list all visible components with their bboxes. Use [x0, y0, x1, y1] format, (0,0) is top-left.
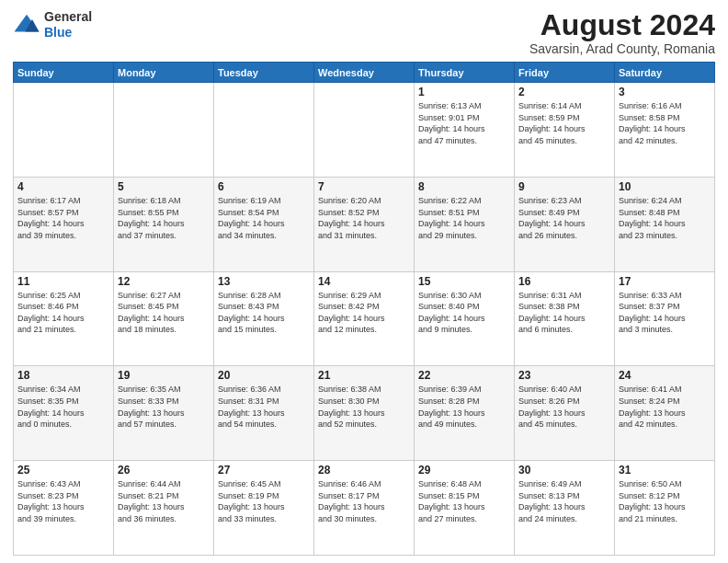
calendar-cell: 12Sunrise: 6:27 AM Sunset: 8:45 PM Dayli… — [114, 271, 214, 366]
day-info: Sunrise: 6:41 AM Sunset: 8:24 PM Dayligh… — [619, 384, 711, 430]
day-number: 11 — [17, 275, 109, 288]
day-info: Sunrise: 6:45 AM Sunset: 8:19 PM Dayligh… — [218, 478, 310, 524]
day-number: 27 — [218, 464, 310, 477]
day-number: 28 — [318, 464, 410, 477]
day-info: Sunrise: 6:20 AM Sunset: 8:52 PM Dayligh… — [318, 195, 410, 241]
calendar-cell: 9Sunrise: 6:23 AM Sunset: 8:49 PM Daylig… — [515, 177, 615, 271]
calendar-week-2: 4Sunrise: 6:17 AM Sunset: 8:57 PM Daylig… — [14, 177, 715, 271]
calendar-cell: 11Sunrise: 6:25 AM Sunset: 8:46 PM Dayli… — [14, 271, 114, 366]
day-info: Sunrise: 6:30 AM Sunset: 8:40 PM Dayligh… — [418, 290, 510, 336]
weekday-header-thursday: Thursday — [415, 63, 515, 83]
day-info: Sunrise: 6:29 AM Sunset: 8:42 PM Dayligh… — [318, 290, 410, 336]
day-number: 7 — [318, 180, 410, 193]
calendar-cell: 26Sunrise: 6:44 AM Sunset: 8:21 PM Dayli… — [114, 461, 214, 556]
day-number: 20 — [218, 369, 310, 382]
day-info: Sunrise: 6:40 AM Sunset: 8:26 PM Dayligh… — [518, 384, 610, 430]
logo-general: General — [44, 9, 92, 25]
calendar-cell — [14, 83, 114, 178]
day-number: 15 — [418, 275, 510, 288]
calendar-cell: 29Sunrise: 6:48 AM Sunset: 8:15 PM Dayli… — [415, 461, 515, 556]
day-info: Sunrise: 6:36 AM Sunset: 8:31 PM Dayligh… — [218, 384, 310, 430]
calendar-cell: 8Sunrise: 6:22 AM Sunset: 8:51 PM Daylig… — [415, 177, 515, 271]
calendar-cell — [114, 83, 214, 178]
day-number: 6 — [218, 180, 310, 193]
calendar-cell: 3Sunrise: 6:16 AM Sunset: 8:58 PM Daylig… — [615, 83, 715, 178]
day-info: Sunrise: 6:39 AM Sunset: 8:28 PM Dayligh… — [418, 384, 510, 430]
day-info: Sunrise: 6:43 AM Sunset: 8:23 PM Dayligh… — [17, 478, 109, 524]
calendar-cell — [214, 83, 314, 178]
day-number: 22 — [418, 369, 510, 382]
day-number: 16 — [518, 275, 610, 288]
day-number: 2 — [518, 86, 610, 98]
weekday-header-monday: Monday — [114, 63, 214, 83]
day-number: 13 — [218, 275, 310, 288]
day-info: Sunrise: 6:38 AM Sunset: 8:30 PM Dayligh… — [318, 384, 410, 430]
day-number: 9 — [518, 180, 610, 193]
day-info: Sunrise: 6:33 AM Sunset: 8:37 PM Dayligh… — [619, 290, 711, 336]
calendar-cell: 10Sunrise: 6:24 AM Sunset: 8:48 PM Dayli… — [615, 177, 715, 271]
calendar-cell: 25Sunrise: 6:43 AM Sunset: 8:23 PM Dayli… — [14, 461, 114, 556]
day-info: Sunrise: 6:50 AM Sunset: 8:12 PM Dayligh… — [619, 478, 711, 524]
day-info: Sunrise: 6:48 AM Sunset: 8:15 PM Dayligh… — [418, 478, 510, 524]
day-number: 17 — [619, 275, 711, 288]
calendar-cell: 31Sunrise: 6:50 AM Sunset: 8:12 PM Dayli… — [615, 461, 715, 556]
header: General Blue August 2024 Savarsin, Arad … — [13, 9, 715, 56]
weekday-header-saturday: Saturday — [615, 63, 715, 83]
day-info: Sunrise: 6:46 AM Sunset: 8:17 PM Dayligh… — [318, 478, 410, 524]
calendar-cell: 24Sunrise: 6:41 AM Sunset: 8:24 PM Dayli… — [615, 366, 715, 461]
calendar-cell: 22Sunrise: 6:39 AM Sunset: 8:28 PM Dayli… — [415, 366, 515, 461]
calendar-cell: 20Sunrise: 6:36 AM Sunset: 8:31 PM Dayli… — [214, 366, 314, 461]
day-number: 19 — [118, 369, 210, 382]
calendar-cell: 18Sunrise: 6:34 AM Sunset: 8:35 PM Dayli… — [14, 366, 114, 461]
day-info: Sunrise: 6:18 AM Sunset: 8:55 PM Dayligh… — [118, 195, 210, 241]
calendar-week-1: 1Sunrise: 6:13 AM Sunset: 9:01 PM Daylig… — [14, 83, 715, 178]
location-subtitle: Savarsin, Arad County, Romania — [529, 41, 715, 56]
calendar-table: SundayMondayTuesdayWednesdayThursdayFrid… — [13, 62, 715, 556]
weekday-header-sunday: Sunday — [14, 63, 114, 83]
day-number: 4 — [17, 180, 109, 193]
calendar-cell: 4Sunrise: 6:17 AM Sunset: 8:57 PM Daylig… — [14, 177, 114, 271]
logo: General Blue — [13, 9, 92, 40]
calendar-cell: 5Sunrise: 6:18 AM Sunset: 8:55 PM Daylig… — [114, 177, 214, 271]
day-number: 24 — [619, 369, 711, 382]
weekday-header-row: SundayMondayTuesdayWednesdayThursdayFrid… — [14, 63, 715, 83]
calendar-cell: 28Sunrise: 6:46 AM Sunset: 8:17 PM Dayli… — [314, 461, 415, 556]
day-info: Sunrise: 6:24 AM Sunset: 8:48 PM Dayligh… — [619, 195, 711, 241]
day-info: Sunrise: 6:19 AM Sunset: 8:54 PM Dayligh… — [218, 195, 310, 241]
day-info: Sunrise: 6:27 AM Sunset: 8:45 PM Dayligh… — [118, 290, 210, 336]
calendar-cell: 2Sunrise: 6:14 AM Sunset: 8:59 PM Daylig… — [515, 83, 615, 178]
logo-icon — [13, 11, 40, 39]
day-info: Sunrise: 6:17 AM Sunset: 8:57 PM Dayligh… — [17, 195, 109, 241]
day-number: 3 — [619, 86, 711, 98]
day-info: Sunrise: 6:25 AM Sunset: 8:46 PM Dayligh… — [17, 290, 109, 336]
logo-blue: Blue — [44, 25, 92, 40]
day-info: Sunrise: 6:23 AM Sunset: 8:49 PM Dayligh… — [518, 195, 610, 241]
logo-text: General Blue — [44, 9, 92, 40]
day-number: 8 — [418, 180, 510, 193]
day-info: Sunrise: 6:16 AM Sunset: 8:58 PM Dayligh… — [619, 100, 711, 146]
day-info: Sunrise: 6:49 AM Sunset: 8:13 PM Dayligh… — [518, 478, 610, 524]
day-number: 10 — [619, 180, 711, 193]
day-info: Sunrise: 6:44 AM Sunset: 8:21 PM Dayligh… — [118, 478, 210, 524]
day-info: Sunrise: 6:31 AM Sunset: 8:38 PM Dayligh… — [518, 290, 610, 336]
day-number: 30 — [518, 464, 610, 477]
day-info: Sunrise: 6:13 AM Sunset: 9:01 PM Dayligh… — [418, 100, 510, 146]
calendar-cell: 17Sunrise: 6:33 AM Sunset: 8:37 PM Dayli… — [615, 271, 715, 366]
day-number: 1 — [418, 86, 510, 98]
day-number: 18 — [17, 369, 109, 382]
day-number: 14 — [318, 275, 410, 288]
day-info: Sunrise: 6:35 AM Sunset: 8:33 PM Dayligh… — [118, 384, 210, 430]
calendar-cell: 6Sunrise: 6:19 AM Sunset: 8:54 PM Daylig… — [214, 177, 314, 271]
day-number: 31 — [619, 464, 711, 477]
calendar-week-3: 11Sunrise: 6:25 AM Sunset: 8:46 PM Dayli… — [14, 271, 715, 366]
calendar-cell: 13Sunrise: 6:28 AM Sunset: 8:43 PM Dayli… — [214, 271, 314, 366]
day-number: 23 — [518, 369, 610, 382]
calendar-cell: 27Sunrise: 6:45 AM Sunset: 8:19 PM Dayli… — [214, 461, 314, 556]
weekday-header-friday: Friday — [515, 63, 615, 83]
calendar-week-4: 18Sunrise: 6:34 AM Sunset: 8:35 PM Dayli… — [14, 366, 715, 461]
day-number: 21 — [318, 369, 410, 382]
calendar-week-5: 25Sunrise: 6:43 AM Sunset: 8:23 PM Dayli… — [14, 461, 715, 556]
calendar-cell: 14Sunrise: 6:29 AM Sunset: 8:42 PM Dayli… — [314, 271, 415, 366]
calendar-cell: 15Sunrise: 6:30 AM Sunset: 8:40 PM Dayli… — [415, 271, 515, 366]
title-block: August 2024 Savarsin, Arad County, Roman… — [529, 9, 715, 56]
